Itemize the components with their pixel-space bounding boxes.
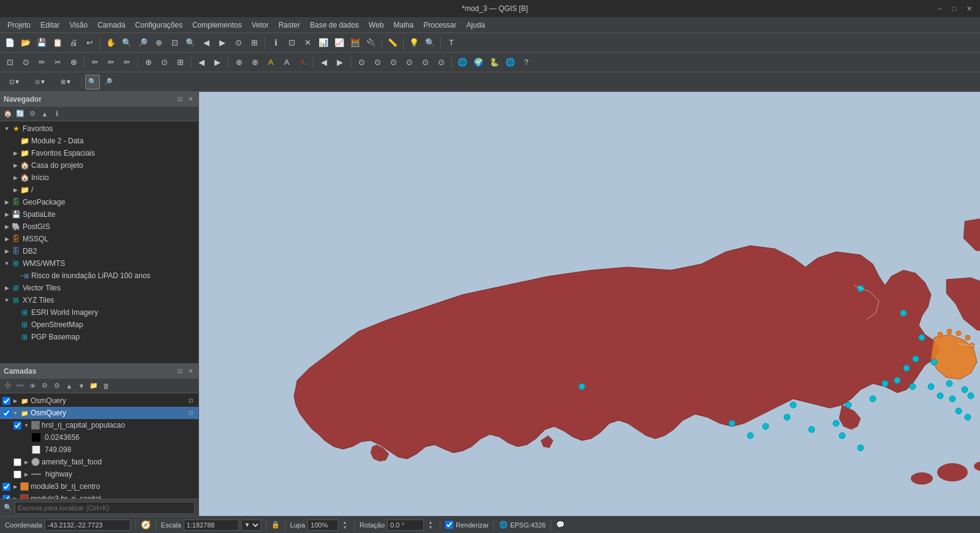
save-as-button[interactable]: 📋 xyxy=(50,36,65,50)
snap-btn-2[interactable]: ⊙ xyxy=(157,55,172,70)
digitize-btn-5[interactable]: ⊕ xyxy=(66,55,81,70)
zoom-native-button[interactable]: ⊙ xyxy=(231,36,246,50)
search-tools-button[interactable]: 🔍 xyxy=(423,36,437,50)
adv-btn-5[interactable]: A xyxy=(295,55,310,70)
layer-expand-centro[interactable]: ▶ xyxy=(12,483,18,490)
tree-esri-world[interactable]: ⊞ ESRI World Imagery xyxy=(0,306,198,319)
minimize-button[interactable]: − xyxy=(935,4,944,13)
edit-btn-3[interactable]: ✏ xyxy=(119,55,134,70)
layer-capital[interactable]: ▶ module3 br_rj_capital xyxy=(0,493,198,499)
snap-btn-3[interactable]: ⊞ xyxy=(173,55,187,70)
deselect-button[interactable]: ✕ xyxy=(300,36,315,50)
scale-dropdown[interactable]: ▼ xyxy=(241,520,261,531)
zoom-full-button[interactable]: ⊕ xyxy=(151,36,166,50)
epsg-item[interactable]: 🌐 EPSG:4326 xyxy=(499,521,546,529)
layers-filter2-btn[interactable]: ⚙ xyxy=(51,380,62,391)
undo-button[interactable]: ↩ xyxy=(82,36,97,50)
select-radius-btn[interactable]: ⊙▼ xyxy=(28,75,53,89)
adv-btn-7[interactable]: ▶ xyxy=(333,55,347,70)
tree-osm[interactable]: ⊞ OpenStreetMap xyxy=(0,319,198,331)
layer-highway[interactable]: ▶ highway xyxy=(0,468,198,480)
tree-casaprojeto[interactable]: ▶ 🏠 Casa do projeto xyxy=(0,159,198,172)
new-project-button[interactable]: 📄 xyxy=(2,36,17,50)
zoom-previous-button[interactable]: ◀ xyxy=(199,36,214,50)
adv-btn-6[interactable]: ◀ xyxy=(317,55,331,70)
pan-map-button[interactable]: ⊞ xyxy=(247,36,262,50)
adv-btn-11[interactable]: ⊙ xyxy=(402,55,417,70)
locator-extra-btn[interactable]: 🔎 xyxy=(101,75,116,89)
layer-hrsl[interactable]: ▼ hrsl_rj_capital_populacao xyxy=(0,419,198,431)
maximize-button[interactable]: □ xyxy=(949,4,959,13)
layer-fastfood[interactable]: ▶ amenity_fast_food xyxy=(0,456,198,468)
node-btn-1[interactable]: ◀ xyxy=(194,55,209,70)
nav-refresh-btn[interactable]: 🔄 xyxy=(15,108,26,119)
select-location-btn[interactable]: ⊡▼ xyxy=(2,75,27,89)
help-btn[interactable]: ? xyxy=(519,55,533,70)
identify-button[interactable]: ℹ xyxy=(268,36,283,50)
tree-mssql[interactable]: ▶ 🗄 MSSQL xyxy=(0,233,198,245)
menu-editar[interactable]: Editar xyxy=(36,18,64,32)
plugins-button[interactable]: 🔌 xyxy=(364,36,379,50)
menu-projeto[interactable]: Projeto xyxy=(2,18,36,32)
layer-osmquery-1-check[interactable] xyxy=(2,397,10,405)
layer-osmquery-1[interactable]: ▶ 📁 OsmQuery ⊡ xyxy=(0,395,198,407)
adv-btn-1[interactable]: ⊕ xyxy=(232,55,246,70)
menu-processar[interactable]: Processar xyxy=(418,18,461,32)
digitize-btn-3[interactable]: ✏ xyxy=(34,55,49,70)
adv-btn-13[interactable]: ⊙ xyxy=(434,55,448,70)
layer-osmquery-2-check[interactable] xyxy=(2,409,10,417)
layer-centro[interactable]: ▶ module3 br_rj_centro xyxy=(0,480,198,493)
tree-geopackage[interactable]: ▶ 🗄 GeoPackage xyxy=(0,196,198,208)
search-input[interactable] xyxy=(15,502,195,514)
tree-xyztiles[interactable]: ▼ ⊞ XYZ Tiles xyxy=(0,294,198,306)
layer-highway-check[interactable] xyxy=(13,471,21,478)
layers-remove-btn[interactable]: ➖ xyxy=(15,380,26,391)
node-btn-2[interactable]: ▶ xyxy=(210,55,225,70)
layers-delete-btn[interactable]: 🗑 xyxy=(100,380,111,391)
tree-pgp[interactable]: ⊞ PGP Basemap xyxy=(0,331,198,343)
close-button[interactable]: ✕ xyxy=(964,4,974,13)
plugin-qgis-btn[interactable]: 🌍 xyxy=(471,55,486,70)
adv-btn-4[interactable]: A xyxy=(279,55,294,70)
scale-input[interactable] xyxy=(184,520,239,531)
statistics-button[interactable]: 📈 xyxy=(332,36,347,50)
menu-ajuda[interactable]: Ajuda xyxy=(461,18,490,32)
layer-expand-osmquery-1[interactable]: ▶ xyxy=(12,398,18,404)
layer-expand-highway[interactable]: ▶ xyxy=(23,471,29,477)
layer-centro-check[interactable] xyxy=(2,483,10,491)
layers-group-btn[interactable]: 📁 xyxy=(88,380,99,391)
adv-btn-10[interactable]: ⊙ xyxy=(386,55,401,70)
menu-raster[interactable]: Raster xyxy=(274,18,305,32)
measure-button[interactable]: 📏 xyxy=(385,36,400,50)
menu-visao[interactable]: Visão xyxy=(64,18,92,32)
plugin-web-btn[interactable]: 🌐 xyxy=(503,55,518,70)
menu-web[interactable]: Web xyxy=(364,18,388,32)
menu-configuracoes[interactable]: Configurações xyxy=(130,18,187,32)
navigator-float-btn[interactable]: ⊡ xyxy=(176,95,184,104)
tree-module2[interactable]: 📁 Module 2 - Data xyxy=(0,135,198,147)
layer-expand-fastfood[interactable]: ▶ xyxy=(23,459,29,465)
open-table-button[interactable]: 📊 xyxy=(316,36,331,50)
print-button[interactable]: 🖨 xyxy=(66,36,81,50)
layers-up-btn[interactable]: ▲ xyxy=(64,380,75,391)
layer-osmquery-2[interactable]: ▼ 📁 OsmQuery ⊡ xyxy=(0,407,198,419)
edit-btn-1[interactable]: ✏ xyxy=(88,55,102,70)
zoom-in-button[interactable]: 🔍 xyxy=(119,36,134,50)
messages-icon[interactable]: 💬 xyxy=(556,521,565,529)
zoom-out-button[interactable]: 🔎 xyxy=(135,36,150,50)
navigator-close-btn[interactable]: ✕ xyxy=(186,95,195,104)
tree-inundacao[interactable]: ~⊞ Risco de inundação LiPAD 100 anos xyxy=(0,270,198,282)
lupa-input[interactable] xyxy=(307,520,338,531)
select-button[interactable]: ⊡ xyxy=(284,36,299,50)
layers-visible-btn[interactable]: 👁 xyxy=(27,380,38,391)
adv-btn-3[interactable]: A xyxy=(263,55,278,70)
tree-inicio[interactable]: ▶ 🏠 Início xyxy=(0,172,198,184)
render-checkbox[interactable] xyxy=(445,521,453,529)
layer-float-osmquery-2[interactable]: ⊡ xyxy=(186,408,196,418)
plugin-osm-btn[interactable]: 🌐 xyxy=(455,55,470,70)
tree-db2[interactable]: ▶ 🗄 DB2 xyxy=(0,245,198,257)
tips-button[interactable]: 💡 xyxy=(407,36,421,50)
tree-vectortiles[interactable]: ▶ ⊞ Vector Tiles xyxy=(0,282,198,294)
layer-float-osmquery-1[interactable]: ⊡ xyxy=(186,396,196,406)
menu-base-de-dados[interactable]: Base de dados xyxy=(305,18,364,32)
